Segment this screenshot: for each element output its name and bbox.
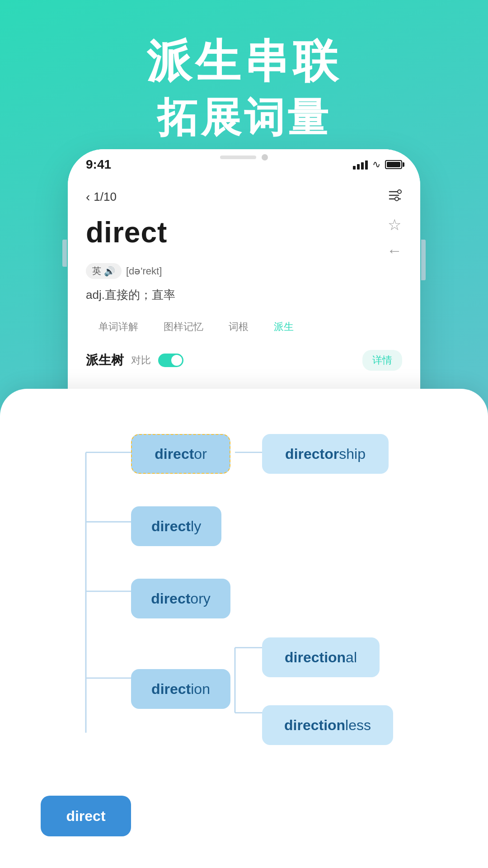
star-icon[interactable]: ☆ xyxy=(388,216,401,234)
node-director-label: director xyxy=(155,446,207,462)
compare-label: 对比 xyxy=(131,354,151,367)
battery-icon xyxy=(385,160,402,169)
detail-button[interactable]: 详情 xyxy=(362,350,402,371)
nav-progress: 1/10 xyxy=(94,190,117,204)
phone-notch xyxy=(190,149,298,165)
status-icons: ∿ xyxy=(353,159,402,170)
node-directly[interactable]: directly xyxy=(131,506,221,546)
node-directly-label: directly xyxy=(151,518,201,535)
phonetic-text: [də'rekt] xyxy=(126,265,162,277)
language-badge[interactable]: 英 🔊 xyxy=(86,263,122,279)
word-title: direct xyxy=(86,216,167,249)
arrow-back-icon[interactable]: ← xyxy=(387,242,402,259)
word-definition: adj.直接的；直率 xyxy=(86,287,402,303)
pronunciation-row: 英 🔊 [də'rekt] xyxy=(86,263,402,279)
compare-toggle[interactable] xyxy=(158,354,183,367)
svg-point-3 xyxy=(398,190,401,193)
settings-icon[interactable] xyxy=(388,189,402,205)
node-directorship-label: directorship xyxy=(285,446,366,462)
svg-point-4 xyxy=(395,197,399,201)
node-direction[interactable]: direction xyxy=(131,669,230,709)
node-directory-label: directory xyxy=(151,590,211,607)
word-action-icons: ☆ ← xyxy=(387,216,402,259)
signal-icon xyxy=(353,160,368,170)
node-directional[interactable]: directional xyxy=(262,637,380,677)
node-direction-label: direction xyxy=(151,681,210,698)
tree-container: direct director directorship directly di… xyxy=(23,416,465,850)
phone-side-button-left xyxy=(62,240,67,267)
phone-time: 9:41 xyxy=(86,157,111,172)
wifi-icon: ∿ xyxy=(372,159,380,170)
header-line2: 拓展词量 xyxy=(0,90,488,146)
derivation-title: 派生树 xyxy=(86,352,124,369)
node-directional-label: directional xyxy=(285,649,357,666)
tabs-row: 单词详解 图样记忆 词根 派生 xyxy=(86,316,402,338)
word-tree-card: direct director directorship directly di… xyxy=(0,389,488,868)
phone-side-button-right xyxy=(421,240,426,280)
tab-word-detail[interactable]: 单词详解 xyxy=(86,316,151,338)
tab-root[interactable]: 词根 xyxy=(216,316,261,338)
back-button[interactable]: ‹ 1/10 xyxy=(86,190,117,204)
derivation-header: 派生树 对比 详情 xyxy=(86,350,402,371)
derivation-title-group: 派生树 对比 xyxy=(86,352,183,369)
notch-camera xyxy=(262,154,268,160)
node-director[interactable]: director xyxy=(131,434,230,474)
node-directory[interactable]: directory xyxy=(131,579,230,618)
node-directionless-label: directionless xyxy=(284,717,371,734)
node-directionless[interactable]: directionless xyxy=(262,705,393,745)
node-directorship[interactable]: directorship xyxy=(262,434,389,474)
notch-speaker xyxy=(220,156,256,159)
word-section: direct ☆ ← xyxy=(86,216,402,259)
chevron-left-icon: ‹ xyxy=(86,190,90,204)
tree-connectors xyxy=(23,416,465,850)
header-line1: 派生串联 xyxy=(0,36,488,86)
language-label: 英 xyxy=(92,265,101,277)
node-direct-label: direct xyxy=(66,808,105,825)
tab-derivation[interactable]: 派生 xyxy=(261,316,306,338)
header-section: 派生串联 拓展词量 xyxy=(0,0,488,146)
node-direct[interactable]: direct xyxy=(41,796,131,836)
nav-bar: ‹ 1/10 xyxy=(86,189,402,205)
sound-icon: 🔊 xyxy=(104,266,115,277)
tab-image-memory[interactable]: 图样记忆 xyxy=(151,316,216,338)
